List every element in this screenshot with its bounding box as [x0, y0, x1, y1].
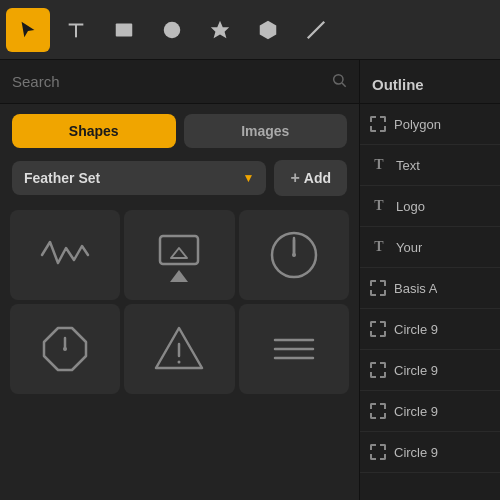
svg-rect-2	[116, 23, 133, 36]
outline-item-label: Basis A	[394, 281, 437, 296]
outline-item-logo[interactable]: T Logo	[360, 186, 500, 227]
search-icon	[331, 72, 347, 92]
svg-point-7	[334, 74, 343, 83]
svg-point-21	[178, 361, 181, 364]
svg-marker-11	[171, 248, 187, 258]
outline-list: Polygon T Text T Logo T Your Basis A	[360, 104, 500, 500]
outline-header: Outline	[360, 60, 500, 104]
line-tool[interactable]	[294, 8, 338, 52]
outline-item-label: Your	[396, 240, 422, 255]
dashed-sq-icon	[370, 280, 386, 296]
svg-point-18	[63, 347, 67, 351]
outline-item-label: Logo	[396, 199, 425, 214]
svg-rect-9	[160, 236, 198, 264]
dropdown-row: Feather Set ▼ + Add	[0, 156, 359, 206]
rectangle-tool[interactable]	[102, 8, 146, 52]
shape-grid	[0, 206, 359, 398]
outline-item-polygon[interactable]: Polygon	[360, 104, 500, 145]
shape-stop-circle[interactable]	[10, 304, 120, 394]
shape-waveform[interactable]	[10, 210, 120, 300]
dashed-sq-icon	[370, 403, 386, 419]
outline-item-circle-4[interactable]: Circle 9	[360, 432, 500, 473]
outline-item-circle-3[interactable]: Circle 9	[360, 391, 500, 432]
outline-item-basis-a[interactable]: Basis A	[360, 268, 500, 309]
svg-line-6	[308, 21, 325, 38]
svg-point-3	[164, 21, 181, 38]
search-input[interactable]	[12, 73, 331, 90]
text-tool[interactable]	[54, 8, 98, 52]
select-tool[interactable]	[6, 8, 50, 52]
outline-item-label: Text	[396, 158, 420, 173]
hexagon-tool[interactable]	[246, 8, 290, 52]
dashed-sq-icon	[370, 444, 386, 460]
outline-item-circle-1[interactable]: Circle 9	[360, 309, 500, 350]
shape-airplay[interactable]	[124, 210, 234, 300]
text-icon: T	[370, 157, 388, 173]
tab-images[interactable]: Images	[184, 114, 348, 148]
outline-item-label: Circle 9	[394, 363, 438, 378]
text-icon: T	[370, 239, 388, 255]
tab-shapes[interactable]: Shapes	[12, 114, 176, 148]
circle-tool[interactable]	[150, 8, 194, 52]
right-panel: Outline Polygon T Text T Logo T Your	[360, 60, 500, 500]
shape-alert-triangle[interactable]	[124, 304, 234, 394]
search-bar	[0, 60, 359, 104]
dropdown-selected-label: Feather Set	[24, 170, 100, 186]
plus-icon: +	[290, 169, 299, 187]
outline-item-your[interactable]: T Your	[360, 227, 500, 268]
dashed-sq-icon	[370, 362, 386, 378]
left-panel: Shapes Images Feather Set ▼ + Add	[0, 60, 360, 500]
svg-marker-10	[170, 270, 188, 282]
outline-item-label: Circle 9	[394, 322, 438, 337]
svg-line-8	[342, 83, 346, 87]
svg-point-15	[292, 253, 296, 257]
outline-item-circle-2[interactable]: Circle 9	[360, 350, 500, 391]
main-content: Shapes Images Feather Set ▼ + Add	[0, 60, 500, 500]
dashed-sq-icon	[370, 321, 386, 337]
shape-clock[interactable]	[239, 210, 349, 300]
outline-item-label: Circle 9	[394, 445, 438, 460]
chevron-down-icon: ▼	[243, 171, 255, 185]
feather-set-dropdown[interactable]: Feather Set ▼	[12, 161, 266, 195]
outline-title: Outline	[372, 76, 424, 93]
star-tool[interactable]	[198, 8, 242, 52]
outline-item-label: Polygon	[394, 117, 441, 132]
outline-item-text[interactable]: T Text	[360, 145, 500, 186]
text-icon: T	[370, 198, 388, 214]
svg-marker-5	[260, 20, 277, 38]
add-label: Add	[304, 170, 331, 186]
tab-row: Shapes Images	[0, 104, 359, 156]
outline-item-label: Circle 9	[394, 404, 438, 419]
dashed-sq-icon	[370, 116, 386, 132]
add-button[interactable]: + Add	[274, 160, 347, 196]
toolbar	[0, 0, 500, 60]
shape-align-justify[interactable]	[239, 304, 349, 394]
svg-marker-4	[211, 20, 229, 37]
